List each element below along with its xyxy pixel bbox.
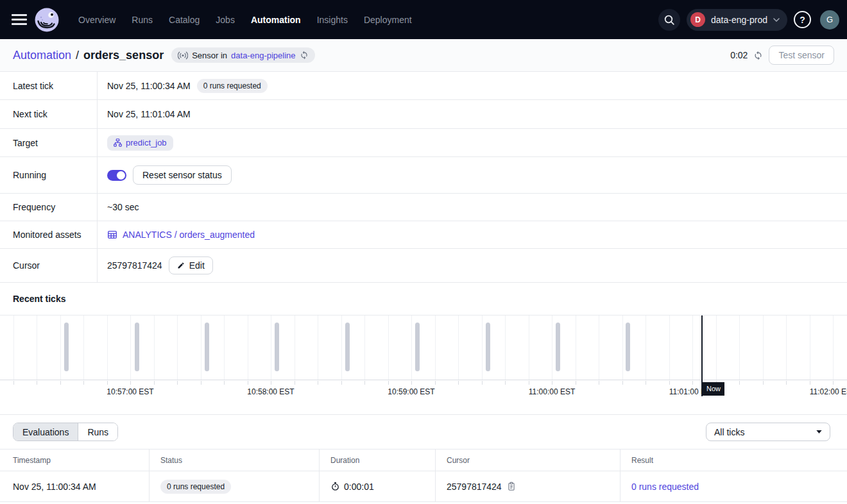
sensor-badge-prefix: Sensor in [192,51,227,60]
axis-tick [83,381,84,385]
nav-item-overview[interactable]: Overview [78,15,116,25]
tick-status-filter[interactable]: All ticks [706,423,830,441]
timeline-gridline [599,315,599,380]
tick-bar[interactable] [345,323,350,371]
page-header: Automation / orders_sensor Sensor in dat… [0,39,847,72]
axis-tick [37,381,37,385]
timeline-gridline [37,315,37,380]
timeline-gridline [692,315,693,380]
test-sensor-button[interactable]: Test sensor [769,46,834,65]
tick-bar[interactable] [626,323,630,371]
edit-cursor-button[interactable]: Edit [169,256,213,274]
nav-item-catalog[interactable]: Catalog [169,15,200,25]
search-button[interactable] [658,9,680,31]
row-label: Target [0,129,98,156]
running-toggle[interactable] [107,170,126,181]
code-location-link[interactable]: data-eng-pipeline [231,51,295,60]
tick-bar[interactable] [64,323,69,371]
tick-bar[interactable] [486,323,490,371]
tick-bar[interactable] [275,323,279,371]
nav-item-jobs[interactable]: Jobs [216,15,235,25]
ticks-toolbar: Evaluations Runs All ticks [0,415,847,449]
sensor-location-badge: Sensor in data-eng-pipeline [171,47,314,63]
job-hierarchy-icon [114,139,122,147]
copy-clipboard-icon[interactable] [507,482,516,491]
row-frequency: Frequency ~30 sec [0,194,847,221]
timeline-gridline [201,315,201,380]
timeline-gridline [576,315,576,380]
axis-tick [505,381,506,385]
row-label: Next tick [0,100,98,128]
axis-tick [576,381,576,385]
axis-tick [646,381,646,385]
row-label: Cursor [0,249,98,282]
axis-tick [552,381,552,385]
axis-tick [177,381,178,385]
tick-result-link[interactable]: 0 runs requested [631,482,699,492]
col-header-cursor: Cursor [436,449,620,471]
table-row: Nov 25, 11:00:34 AM 0 runs requested 0:0… [0,471,847,502]
nav-item-insights[interactable]: Insights [317,15,348,25]
sensor-broadcast-icon [178,51,188,60]
tick-cursor: 25797817424 [447,482,502,492]
deployment-initial-badge: D [690,12,705,27]
timeline-gridline [763,315,764,380]
timeline-gridline [646,315,646,380]
refresh-icon[interactable] [753,51,763,60]
nav-item-deployment[interactable]: Deployment [364,15,412,25]
help-button[interactable]: ? [794,11,811,28]
axis-tick [388,381,389,385]
monitored-asset-link[interactable]: ANALYTICS / orders_augmented [107,230,255,240]
nav-item-automation[interactable]: Automation [251,15,301,25]
dagster-logo-icon[interactable] [35,8,59,32]
timeline-gridline [154,315,155,380]
axis-tick [786,381,787,385]
reload-location-icon[interactable] [300,51,309,60]
axis-tick [107,381,108,385]
latest-tick-status-badge: 0 runs requested [197,79,268,93]
col-header-result: Result [620,449,847,471]
axis-tick [458,381,459,385]
tick-bar[interactable] [135,323,139,371]
breadcrumb-automation-link[interactable]: Automation [13,49,71,62]
timeline-gridline [130,315,131,380]
axis-tick [224,381,225,385]
tab-evaluations[interactable]: Evaluations [13,423,78,441]
axis-tick [318,381,318,385]
timeline-gridline [83,315,84,380]
tick-timestamp: Nov 25, 11:00:34 AM [13,482,96,492]
tick-bar[interactable] [556,323,560,371]
timeline-gridline [716,315,717,380]
target-job-link[interactable]: predict_job [107,135,173,151]
pencil-icon [177,262,185,269]
timeline-gridline [341,315,342,380]
timeline-gridline [248,315,248,380]
cursor-value: 25797817424 [107,260,162,271]
hamburger-menu-icon[interactable] [12,14,27,25]
axis-tick [248,381,248,385]
timeline-gridline [529,315,529,380]
timeline-gridline [318,315,318,380]
latest-tick-value: Nov 25, 11:00:34 AM [107,81,191,91]
caret-down-icon [816,430,822,433]
user-avatar[interactable]: G [820,10,839,29]
chevron-down-icon [773,18,780,22]
axis-tick [130,381,131,385]
tab-runs[interactable]: Runs [78,423,117,441]
axis-tick [13,381,14,385]
axis-tick [271,381,271,385]
nav-item-runs[interactable]: Runs [132,15,153,25]
row-label: Frequency [0,194,98,221]
timeline-gridline [482,315,483,380]
timeline-gridline [177,315,178,380]
row-label: Running [0,157,98,193]
row-target: Target predict_job [0,129,847,157]
reset-sensor-status-button[interactable]: Reset sensor status [133,165,232,185]
page-title: orders_sensor [83,49,164,62]
frequency-value: ~30 sec [107,202,139,212]
axis-tick [364,381,365,385]
tick-bar[interactable] [205,323,209,371]
row-cursor: Cursor 25797817424 Edit [0,249,847,283]
deployment-switcher[interactable]: D data-eng-prod [687,9,787,31]
tick-bar[interactable] [415,323,420,371]
